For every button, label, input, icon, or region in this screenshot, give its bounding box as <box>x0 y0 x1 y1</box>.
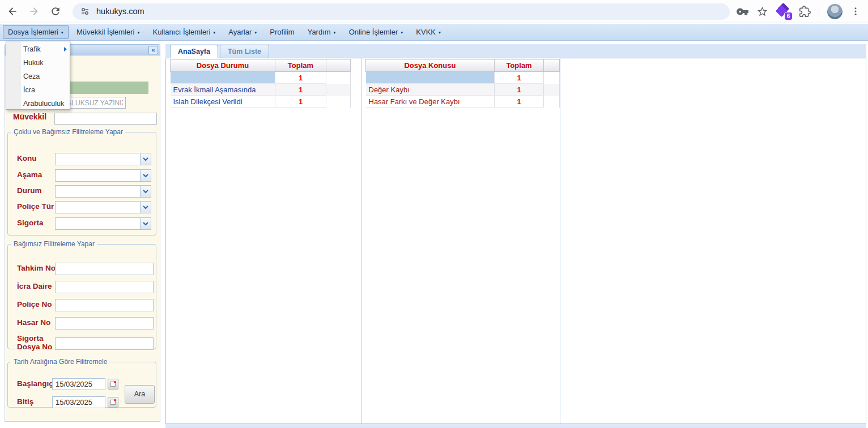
password-key-icon[interactable] <box>737 6 748 18</box>
menu-dosya-islemleri[interactable]: Dosya İşlemleri ▾ <box>3 25 69 39</box>
main-content: AnaSayfa Tüm Liste Dosya Durumu Toplam 1… <box>165 44 866 428</box>
reload-button[interactable] <box>46 2 65 20</box>
site-settings-icon[interactable] <box>80 7 90 16</box>
chevron-down-icon[interactable] <box>140 153 151 165</box>
police-tur-combobox[interactable] <box>55 201 151 213</box>
menu-online-islemler[interactable]: Online İşlemler ▾ <box>344 25 409 39</box>
dropdown-item-arabuluculuk[interactable]: Arabuluculuk <box>6 97 70 110</box>
chevron-down-icon[interactable] <box>140 169 151 182</box>
browser-menu-kebab-icon[interactable] <box>850 6 861 16</box>
dropdown-item-hukuk[interactable]: Hukuk <box>6 56 70 70</box>
sigorta-dosya-no-input[interactable] <box>55 337 154 350</box>
date-filter-fieldset: Tarih Aralığına Göre Filitremele Başlang… <box>7 358 156 408</box>
back-button[interactable] <box>3 2 22 20</box>
menu-kullanici-islemleri[interactable]: Kullanıcı İşlemleri ▾ <box>147 25 220 39</box>
subject-row-label[interactable]: Hasar Farkı ve Değer Kaybı <box>366 96 495 108</box>
status-pane: Dosya Durumu Toplam 1 Evrak İkmali Aşama… <box>166 58 361 423</box>
subject-header[interactable]: Dosya Konusu <box>366 59 495 72</box>
subject-row-label[interactable] <box>366 72 495 84</box>
subject-row-total: 1 <box>494 72 543 84</box>
caret-down-icon: ▾ <box>401 29 403 35</box>
profile-avatar[interactable] <box>827 4 843 19</box>
extensions-puzzle-icon[interactable] <box>799 6 811 18</box>
tahkim-no-label: Tahkim No <box>17 264 56 272</box>
tahkim-no-input[interactable] <box>55 263 154 275</box>
durum-label: Durum <box>17 186 42 195</box>
dropdown-item-icra[interactable]: İcra <box>6 83 70 97</box>
dosya-islemleri-dropdown: Trafik Hukuk Ceza İcra Arabuluculuk <box>6 41 70 110</box>
search-button[interactable]: Ara <box>125 385 155 404</box>
chevron-down-icon[interactable] <box>140 217 151 230</box>
menu-ayarlar[interactable]: Ayarlar ▾ <box>223 25 262 39</box>
status-row-total: 1 <box>275 84 326 96</box>
tab-tum-liste[interactable]: Tüm Liste <box>220 45 269 58</box>
empty-pane <box>560 58 866 423</box>
menu-profilim[interactable]: Profilim <box>265 25 299 39</box>
police-no-input[interactable] <box>55 299 154 311</box>
back-icon <box>7 6 18 17</box>
hasar-no-input[interactable] <box>55 317 154 329</box>
sigorta-label: Sigorta <box>17 219 44 227</box>
client-search-input[interactable] <box>54 113 157 125</box>
icra-daire-label: İcra Daire <box>17 282 52 290</box>
icra-daire-input[interactable] <box>55 281 154 293</box>
table-row: Hasar Farkı ve Değer Kaybı 1 <box>366 96 560 108</box>
sigorta-dosya-no-label: Sigorta Dosya No <box>17 334 54 351</box>
caret-down-icon: ▾ <box>213 29 215 35</box>
subject-row-total: 1 <box>494 96 543 108</box>
calendar-icon[interactable] <box>108 379 118 390</box>
subject-extra-header <box>544 59 560 72</box>
caret-down-icon: ▾ <box>254 29 257 35</box>
bookmark-star-icon[interactable] <box>756 6 768 18</box>
menu-yardim[interactable]: Yardım ▾ <box>303 25 341 39</box>
status-row-label[interactable]: Evrak İkmali Aşamasında <box>171 84 275 96</box>
extension-badge: 6 <box>784 12 793 20</box>
status-header[interactable]: Dosya Durumu <box>171 59 275 72</box>
table-row: Değer Kaybı 1 <box>366 84 560 96</box>
hasar-no-label: Hasar No <box>17 318 50 327</box>
status-total-header[interactable]: Toplam <box>275 59 326 72</box>
address-bar[interactable]: hukukys.com <box>73 3 730 20</box>
caret-down-icon: ▾ <box>61 29 63 35</box>
sidebar-body: Müvekkil Çoklu ve Bağımsız Filitreleme Y… <box>5 55 160 422</box>
end-date-input[interactable] <box>52 396 105 408</box>
konu-combobox[interactable] <box>55 153 151 165</box>
tab-anasayfa[interactable]: AnaSayfa <box>170 45 218 58</box>
chevron-down-icon[interactable] <box>140 185 151 198</box>
forward-icon <box>28 6 40 17</box>
forward-button[interactable] <box>25 2 43 20</box>
table-row: 1 <box>171 72 351 84</box>
status-row-total: 1 <box>275 96 326 108</box>
start-date-input[interactable] <box>52 378 105 390</box>
subject-row-label[interactable]: Değer Kaybı <box>366 84 495 96</box>
multi-filter-fieldset: Çoklu ve Bağımsız Filitreleme Yapar Konu… <box>7 128 156 236</box>
dropdown-item-trafik[interactable]: Trafik <box>6 42 70 56</box>
status-row-label[interactable]: Islah Dilekçesi Verildi <box>171 96 275 108</box>
asama-label: Aşama <box>17 170 42 179</box>
calendar-icon[interactable] <box>108 397 118 408</box>
toolbar-divider <box>819 6 819 17</box>
single-filter-legend: Bağımsız Filitreleme Yapar <box>11 240 97 248</box>
single-filter-fieldset: Bağımsız Filitreleme Yapar Tahkim No İcr… <box>7 240 156 349</box>
menu-kvkk[interactable]: KVKK ▾ <box>411 25 446 39</box>
status-extra-header <box>326 59 351 72</box>
multi-filter-legend: Çoklu ve Bağımsız Filitreleme Yapar <box>11 128 125 136</box>
dropdown-item-ceza[interactable]: Ceza <box>6 70 70 83</box>
table-row: Islah Dilekçesi Verildi 1 <box>171 96 351 108</box>
subject-total-header[interactable]: Toplam <box>494 59 543 72</box>
asama-combobox[interactable] <box>55 169 151 182</box>
tab-strip: AnaSayfa Tüm Liste <box>165 44 866 58</box>
pinned-extension-icon[interactable]: 6 <box>776 4 791 19</box>
sidebar-collapse-button[interactable]: « <box>148 46 158 54</box>
table-row: 1 <box>366 72 560 84</box>
subject-row-total: 1 <box>494 84 543 96</box>
date-filter-legend: Tarih Aralığına Göre Filitremele <box>11 358 109 366</box>
sigorta-combobox[interactable] <box>55 217 151 230</box>
police-tur-label: Poliçe Tür <box>17 202 54 211</box>
durum-combobox[interactable] <box>55 185 151 198</box>
status-row-total: 1 <box>275 72 326 84</box>
chevron-down-icon[interactable] <box>140 201 151 213</box>
menu-muvekkil-islemleri[interactable]: Müvekkil İşlemleri ▾ <box>71 25 145 39</box>
table-row: Evrak İkmali Aşamasında 1 <box>171 84 351 96</box>
status-row-label[interactable] <box>171 72 275 84</box>
